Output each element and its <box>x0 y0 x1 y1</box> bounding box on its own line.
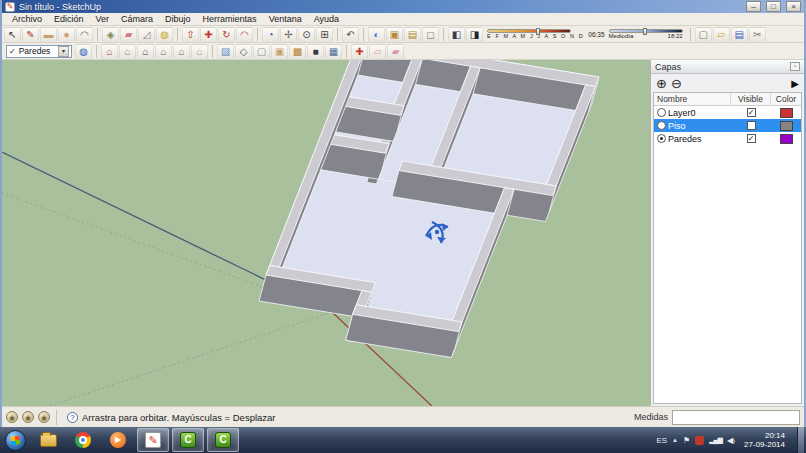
volume-icon[interactable]: ◀) <box>727 436 735 445</box>
date-slider-thumb[interactable] <box>536 28 540 35</box>
make-component-tool[interactable]: ◈ <box>102 27 119 42</box>
current-layer-radio[interactable] <box>657 134 666 143</box>
rectangle-tool[interactable]: ▬ <box>40 27 57 42</box>
layer-manager-button[interactable]: ◍ <box>75 44 92 59</box>
taskbar-clock[interactable]: 20:14 27-09-2014 <box>740 431 789 449</box>
monochrome-style-button[interactable]: ■ <box>307 44 324 59</box>
pan-tool[interactable]: ✢ <box>280 27 297 42</box>
toggle-terrain-button[interactable]: ◻ <box>422 27 439 42</box>
layer-color-swatch[interactable] <box>780 134 793 144</box>
back-face-color-button[interactable]: ▰ <box>387 44 404 59</box>
help-icon[interactable]: ? <box>67 412 78 423</box>
layer-color-swatch[interactable] <box>780 121 793 131</box>
shadow-dialog-button[interactable]: ◧ <box>448 27 465 42</box>
taskbar-media-player[interactable]: ▶ <box>102 428 134 452</box>
visible-checkbox[interactable]: ✓ <box>747 134 756 143</box>
show-desktop-button[interactable] <box>797 427 804 453</box>
chevron-down-icon[interactable]: ▾ <box>58 46 69 57</box>
view-front-button[interactable]: ⌂ <box>137 44 154 59</box>
column-nombre[interactable]: Nombre <box>654 93 731 105</box>
menu-archivo[interactable]: Archivo <box>6 14 48 24</box>
taskbar-camtasia-recorder[interactable]: C <box>172 428 204 452</box>
axes-tool[interactable]: ✚ <box>351 44 368 59</box>
open-button[interactable]: ▱ <box>713 27 730 42</box>
circle-tool[interactable]: ● <box>58 27 75 42</box>
push-pull-tool[interactable]: ⇧ <box>182 27 199 42</box>
menu-dibujo[interactable]: Dibujo <box>159 14 197 24</box>
menu-camara[interactable]: Cámara <box>115 14 159 24</box>
column-visible[interactable]: Visible <box>731 93 771 105</box>
network-icon[interactable]: ▂▄▆ <box>709 436 722 444</box>
taskbar-chrome[interactable] <box>67 428 99 452</box>
layers-dropdown[interactable]: ✓ Paredes ▾ <box>6 45 72 58</box>
tape-measure-tool[interactable]: ◿ <box>138 27 155 42</box>
visible-checkbox[interactable]: ✓ <box>747 108 756 117</box>
eraser-tool[interactable]: ▰ <box>120 27 137 42</box>
save-button[interactable]: ▤ <box>731 27 748 42</box>
get-models-button[interactable]: ▣ <box>386 27 403 42</box>
remove-layer-button[interactable]: ⊖ <box>671 76 682 91</box>
start-button[interactable] <box>5 430 26 451</box>
add-layer-button[interactable]: ⊕ <box>656 76 667 91</box>
view-left-button[interactable]: ⌂ <box>173 44 190 59</box>
move-tool[interactable]: ✚ <box>200 27 217 42</box>
3d-viewport[interactable] <box>2 60 650 406</box>
layer-color-swatch[interactable] <box>780 108 793 118</box>
menu-herramientas[interactable]: Herramientas <box>197 14 263 24</box>
zoom-tool[interactable]: ⊙ <box>298 27 315 42</box>
layers-menu-button[interactable]: ▶ <box>791 78 799 89</box>
arc-tool[interactable]: ◠ <box>76 27 93 42</box>
current-layer-radio[interactable] <box>657 108 666 117</box>
panel-collapse-icon[interactable]: ▫ <box>790 62 800 71</box>
share-model-button[interactable]: ▤ <box>404 27 421 42</box>
menu-ver[interactable]: Ver <box>90 14 116 24</box>
visible-checkbox[interactable] <box>747 121 756 130</box>
time-slider-thumb[interactable] <box>643 28 647 35</box>
column-color[interactable]: Color <box>771 93 801 105</box>
layer-row-paredes[interactable]: Paredes✓ <box>654 132 801 145</box>
select-tool[interactable]: ↖ <box>4 27 21 42</box>
action-center-flag-icon[interactable]: ⚑ <box>683 436 690 445</box>
rotate-tool[interactable]: ↻ <box>218 27 235 42</box>
previous-view-button[interactable]: ↶ <box>342 27 359 42</box>
antivirus-icon[interactable] <box>695 436 704 445</box>
menu-ayuda[interactable]: Ayuda <box>308 14 345 24</box>
paint-bucket-tool[interactable]: ◍ <box>156 27 173 42</box>
line-tool[interactable]: ✎ <box>22 27 39 42</box>
new-button[interactable]: ▢ <box>695 27 712 42</box>
measurements-input[interactable] <box>672 410 800 425</box>
orbit-tool[interactable]: ◔ <box>262 27 279 42</box>
view-back-button[interactable]: ⌂ <box>191 44 208 59</box>
cut-button[interactable]: ✂ <box>749 27 766 42</box>
xray-style-button[interactable]: ▨ <box>217 44 234 59</box>
view-right-button[interactable]: ⌂ <box>155 44 172 59</box>
signin-icon[interactable]: ◉ <box>38 411 50 423</box>
shaded-style-button[interactable]: ▣ <box>271 44 288 59</box>
front-face-color-button[interactable]: ▱ <box>369 44 386 59</box>
menu-ventana[interactable]: Ventana <box>263 14 308 24</box>
current-layer-radio[interactable] <box>657 121 666 130</box>
minimize-button[interactable]: – <box>746 1 761 12</box>
view-iso-button[interactable]: ⌂ <box>101 44 118 59</box>
google-earth-button[interactable]: ◐ <box>368 27 385 42</box>
geolocation-icon[interactable]: ◉ <box>6 411 18 423</box>
taskbar-camtasia-player[interactable]: C <box>207 428 239 452</box>
taskbar-explorer[interactable] <box>32 428 64 452</box>
hidden-line-style-button[interactable]: ▢ <box>253 44 270 59</box>
language-indicator[interactable]: ES <box>656 436 667 445</box>
textured-style-button[interactable]: ▩ <box>289 44 306 59</box>
layers-panel-header[interactable]: Capas ▫ <box>651 60 804 74</box>
view-top-button[interactable]: ⌂ <box>119 44 136 59</box>
zoom-extents-tool[interactable]: ⊞ <box>316 27 333 42</box>
layer-row-layer0[interactable]: Layer0✓ <box>654 106 801 119</box>
taskbar-sketchup[interactable]: ✎ <box>137 428 169 452</box>
back-edges-style-button[interactable]: ▦ <box>325 44 342 59</box>
shadow-time-slider[interactable]: Mediodía 18:22 <box>609 29 683 39</box>
wireframe-style-button[interactable]: ◇ <box>235 44 252 59</box>
shadow-date-slider[interactable]: E F M A M J J A S O N D <box>487 29 584 39</box>
credit-icon[interactable]: ◉ <box>22 411 34 423</box>
close-button[interactable]: × <box>786 1 801 12</box>
hidden-icons-button[interactable]: ▲ <box>672 437 678 443</box>
maximize-button[interactable]: □ <box>766 1 781 12</box>
shadow-toggle-button[interactable]: ◨ <box>466 27 483 42</box>
